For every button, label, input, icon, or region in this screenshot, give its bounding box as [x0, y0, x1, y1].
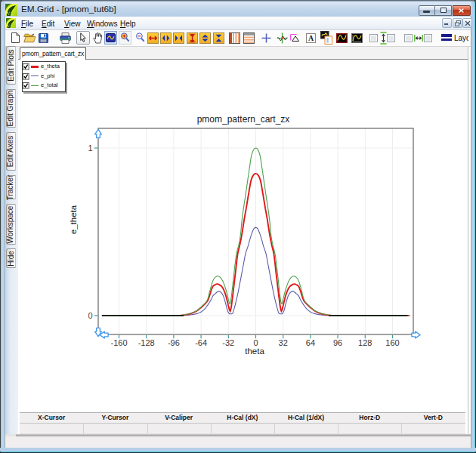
- svg-text:-128: -128: [138, 338, 155, 347]
- svg-text:e_theta: e_theta: [69, 205, 78, 234]
- svg-text:0: 0: [88, 311, 92, 320]
- svg-text:160: 160: [385, 338, 399, 347]
- svg-text:-96: -96: [168, 338, 180, 347]
- svg-text:-160: -160: [110, 338, 127, 347]
- svg-text:pmom_pattern_cart_zx: pmom_pattern_cart_zx: [197, 114, 290, 125]
- svg-text:-32: -32: [222, 338, 234, 347]
- svg-text:theta: theta: [245, 347, 264, 356]
- svg-text:96: 96: [333, 338, 342, 347]
- svg-text:-64: -64: [195, 338, 207, 347]
- svg-text:128: 128: [358, 338, 372, 347]
- svg-text:1: 1: [88, 143, 92, 153]
- svg-text:64: 64: [306, 338, 315, 347]
- svg-text:32: 32: [279, 338, 288, 347]
